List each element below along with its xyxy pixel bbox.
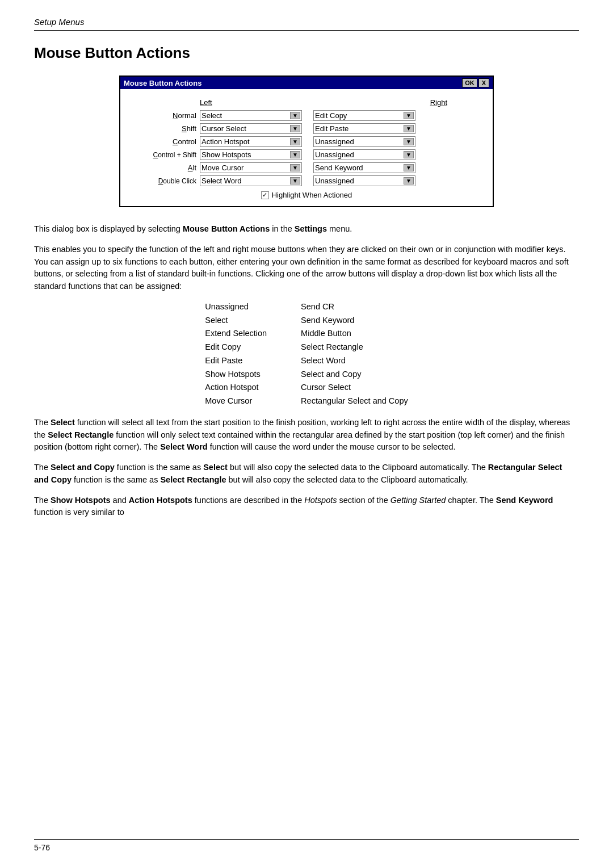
select-normal-left[interactable]: Select ▼ [200,110,302,121]
dropdown-arrow-double-click-right[interactable]: ▼ [404,177,414,184]
row-control-shift: Control + Shift Show Hotspots ▼ Unassign… [132,149,481,160]
list-item: Rectangular Select and Copy [301,395,408,408]
dropdown-arrow-double-click-left[interactable]: ▼ [290,177,300,184]
row-shift: Shift Cursor Select ▼ Edit Paste ▼ [132,123,481,134]
select-normal-left-value: Select [201,111,290,120]
select-alt-right[interactable]: Send Keyword ▼ [313,162,415,173]
dialog-title-text: Mouse Button Actions [124,79,201,87]
dropdown-arrow-normal-left[interactable]: ▼ [290,112,300,119]
list-item: Select Word [301,355,408,367]
dialog-content: Left Right Normal Select ▼ Edit Copy ▼ S… [120,89,493,206]
select-double-click-left-value: Select Word [201,177,290,185]
dropdown-arrow-alt-right[interactable]: ▼ [404,164,414,171]
intro-paragraph: This dialog box is displayed by selectin… [34,223,579,236]
select-alt-left[interactable]: Move Cursor ▼ [200,162,302,173]
list-item: Send CR [301,301,408,313]
select-shift-left[interactable]: Cursor Select ▼ [200,123,302,134]
dropdown-arrow-shift-left[interactable]: ▼ [290,125,300,132]
row-label-alt: Alt [132,163,200,172]
dialog-box: Mouse Button Actions OK X Left Right Nor… [119,76,494,207]
select-normal-right[interactable]: Edit Copy ▼ [313,110,415,121]
left-col-header: Left [200,98,212,107]
list-item: Extend Selection [205,328,267,340]
highlight-checkbox[interactable]: ✓ [261,191,269,199]
row-alt: Alt Move Cursor ▼ Send Keyword ▼ [132,162,481,173]
dropdown-arrow-shift-right[interactable]: ▼ [404,125,414,132]
page-number: 5-76 [34,843,50,852]
select-double-click-right-value: Unassigned [315,177,404,185]
select-control-left[interactable]: Action Hotspot ▼ [200,136,302,147]
desc-paragraph: This enables you to specify the function… [34,244,579,293]
row-label-normal: Normal [132,111,200,120]
select-control-right[interactable]: Unassigned ▼ [313,136,415,147]
close-button[interactable]: X [478,78,489,87]
list-item: Show Hotspots [205,368,267,381]
dropdown-arrow-normal-right[interactable]: ▼ [404,112,414,119]
dialog-title-buttons: OK X [462,78,489,87]
select-alt-left-value: Move Cursor [201,163,290,172]
select-shift-right-value: Edit Paste [315,124,404,133]
dropdown-arrow-alt-left[interactable]: ▼ [290,164,300,171]
row-normal: Normal Select ▼ Edit Copy ▼ [132,110,481,121]
list-item: Select Rectangle [301,341,408,354]
list-item: Edit Copy [205,341,267,354]
list-item: Unassigned [205,301,267,313]
select-control-shift-left[interactable]: Show Hotspots ▼ [200,149,302,160]
list-item: Send Keyword [301,315,408,327]
dialog-col-headers: Left Right [132,98,481,107]
list-item: Select [205,315,267,327]
hotspot-paragraph: The Show Hotspots and Action Hotspots fu… [34,494,579,519]
highlight-label: Highlight When Actioned [272,191,352,199]
select-control-right-value: Unassigned [315,137,404,146]
row-label-control: Control [132,137,200,146]
page-container: Setup Menus Mouse Button Actions Mouse B… [0,0,613,562]
right-col-header: Right [430,98,447,107]
select-control-left-value: Action Hotspot [201,137,290,146]
select-shift-right[interactable]: Edit Paste ▼ [313,123,415,134]
list-item: Cursor Select [301,381,408,394]
dropdown-arrow-control-shift-left[interactable]: ▼ [290,151,300,158]
row-control: Control Action Hotspot ▼ Unassigned ▼ [132,136,481,147]
dropdown-arrow-control-left[interactable]: ▼ [290,138,300,145]
list-item: Edit Paste [205,355,267,367]
dropdown-arrow-control-shift-right[interactable]: ▼ [404,151,414,158]
list-item: Middle Button [301,328,408,340]
page-title: Mouse Button Actions [34,44,579,62]
select-control-shift-right-value: Unassigned [315,150,404,159]
select-control-shift-left-value: Show Hotspots [201,150,290,159]
list-item: Move Cursor [205,395,267,408]
dropdown-arrow-control-right[interactable]: ▼ [404,138,414,145]
row-label-double-click: Double Click [132,177,200,185]
select-copy-paragraph: The Select and Copy function is the same… [34,462,579,487]
highlight-row: ✓ Highlight When Actioned [132,191,481,199]
list-item: Action Hotspot [205,381,267,394]
select-alt-right-value: Send Keyword [315,163,404,172]
select-double-click-right[interactable]: Unassigned ▼ [313,175,415,186]
list-item: Select and Copy [301,368,408,381]
row-label-control-shift: Control + Shift [132,151,200,159]
select-double-click-left[interactable]: Select Word ▼ [200,175,302,186]
function-list: Unassigned Select Extend Selection Edit … [34,301,579,408]
section-header: Setup Menus [34,17,579,27]
select-paragraph: The Select function will select all text… [34,417,579,454]
select-shift-left-value: Cursor Select [201,124,290,133]
ok-button[interactable]: OK [462,78,477,87]
bottom-rule [34,839,579,840]
top-rule [34,30,579,31]
row-label-shift: Shift [132,124,200,133]
select-normal-right-value: Edit Copy [315,111,404,120]
body-text: This dialog box is displayed by selectin… [34,223,579,519]
function-col-left: Unassigned Select Extend Selection Edit … [205,301,267,408]
select-control-shift-right[interactable]: Unassigned ▼ [313,149,415,160]
dialog-title-bar: Mouse Button Actions OK X [120,77,493,89]
row-double-click: Double Click Select Word ▼ Unassigned ▼ [132,175,481,186]
function-col-right: Send CR Send Keyword Middle Button Selec… [301,301,408,408]
